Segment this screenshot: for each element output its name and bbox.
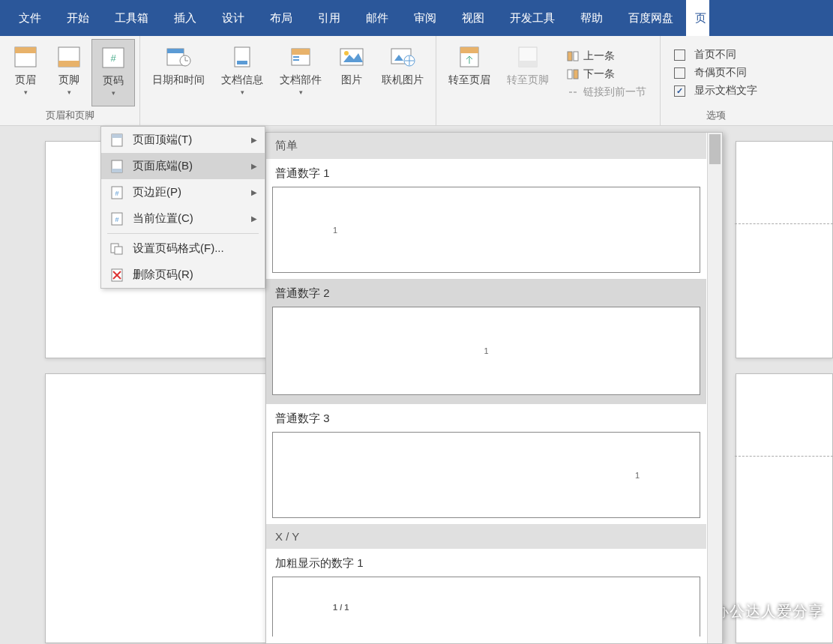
tab-header-footer-tools[interactable]: 页 (686, 0, 709, 36)
header-label: 页眉 (15, 73, 36, 87)
chevron-right-icon: ▶ (251, 188, 257, 196)
group-label-insert (286, 109, 289, 125)
footer-button[interactable]: 页脚 ▾ (48, 39, 90, 106)
online-picture-label: 联机图片 (382, 73, 424, 87)
menu-top-of-page[interactable]: 页面顶端(T) ▶ (101, 127, 265, 153)
quick-parts-icon (287, 43, 314, 70)
svg-rect-24 (460, 47, 478, 53)
goto-footer-button[interactable]: 转至页脚 (499, 39, 556, 109)
page (45, 373, 270, 643)
gallery-scrollbar[interactable] (707, 133, 722, 643)
tab-developer[interactable]: 开发工具 (497, 0, 568, 36)
gallery-item-plain-2[interactable]: 普通数字 2 1 (266, 279, 706, 404)
svg-rect-26 (519, 61, 537, 67)
tab-mailings[interactable]: 邮件 (353, 0, 401, 36)
tab-toolbox[interactable]: 工具箱 (102, 0, 161, 36)
svg-rect-14 (292, 49, 310, 55)
date-time-button[interactable]: 日期和时间 (145, 39, 212, 109)
page-number-button[interactable]: # 页码 ▾ (91, 39, 135, 106)
previous-label: 上一条 (583, 49, 615, 63)
menu-separator (107, 233, 259, 234)
preview-number: 1 / 1 (333, 603, 349, 612)
preview-number: 1 (484, 346, 488, 355)
svg-rect-40 (115, 247, 122, 254)
chevron-down-icon: ▾ (241, 88, 244, 96)
svg-rect-12 (237, 61, 247, 64)
tab-file[interactable]: 文件 (6, 0, 54, 36)
previous-icon (567, 51, 579, 61)
tab-home[interactable]: 开始 (54, 0, 102, 36)
menu-label: 页边距(P) (133, 185, 181, 199)
page-margins-icon: # (109, 186, 125, 199)
online-picture-button[interactable]: 联机图片 (374, 39, 431, 109)
menu-label: 页面底端(B) (133, 159, 193, 173)
next-button[interactable]: 下一条 (562, 65, 651, 83)
preview-number: 1 (635, 471, 640, 480)
svg-rect-28 (574, 52, 578, 61)
dashed-line (735, 223, 833, 224)
online-picture-icon (389, 43, 416, 70)
different-first-page-checkbox[interactable]: 首页不同 (670, 46, 762, 64)
doc-info-label: 文档信息 (221, 73, 263, 87)
show-document-text-label: 显示文档文字 (694, 84, 757, 97)
tab-layout[interactable]: 布局 (257, 0, 305, 36)
ribbon-group-options: 首页不同 奇偶页不同 显示文档文字 选项 (661, 36, 771, 125)
page-number-gallery: 简单 普通数字 1 1 普通数字 2 1 普通数字 3 1 X / Y 加粗显示… (265, 132, 723, 644)
previous-button[interactable]: 上一条 (562, 47, 651, 65)
svg-rect-34 (112, 169, 122, 172)
menu-bottom-of-page[interactable]: 页面底端(B) ▶ (101, 153, 265, 179)
current-position-icon: # (109, 212, 125, 226)
tab-view[interactable]: 视图 (449, 0, 497, 36)
date-time-label: 日期和时间 (152, 73, 205, 87)
chevron-down-icon: ▾ (67, 88, 71, 96)
ribbon-group-header-footer: 页眉 ▾ 页脚 ▾ # 页码 ▾ 页眉和页脚 (0, 36, 140, 125)
page-top-icon (109, 133, 125, 147)
different-first-page-label: 首页不同 (694, 48, 736, 61)
gallery-item-plain-3[interactable]: 普通数字 3 1 (266, 404, 706, 518)
menu-page-margins[interactable]: # 页边距(P) ▶ (101, 179, 265, 205)
tab-references[interactable]: 引用 (305, 0, 353, 36)
link-to-previous-button[interactable]: 链接到前一节 (562, 83, 651, 101)
tab-review[interactable]: 审阅 (401, 0, 449, 36)
ribbon-group-insert: 日期和时间 文档信息 ▾ 文档部件 ▾ 图片 联机图片 (140, 36, 436, 125)
menu-remove-page-numbers[interactable]: 删除页码(R) (101, 262, 265, 288)
menu-current-position[interactable]: # 当前位置(C) ▶ (101, 205, 265, 232)
tab-help[interactable]: 帮助 (568, 0, 616, 36)
next-icon (567, 69, 579, 79)
picture-button[interactable]: 图片 (331, 39, 373, 109)
show-document-text-checkbox[interactable]: 显示文档文字 (670, 82, 762, 100)
doc-info-button[interactable]: 文档信息 ▾ (214, 39, 271, 109)
picture-label: 图片 (341, 73, 362, 87)
preview-number: 1 (333, 226, 337, 235)
gallery-item-label: 普通数字 3 (266, 404, 706, 432)
gallery-item-bold-1[interactable]: 加粗显示的数字 1 1 / 1 (266, 549, 706, 637)
page-bottom-icon (109, 160, 125, 173)
chevron-right-icon: ▶ (251, 136, 257, 144)
gallery-item-label: 加粗显示的数字 1 (266, 549, 706, 577)
svg-rect-27 (568, 52, 572, 61)
group-label-header-footer: 页眉和页脚 (46, 106, 94, 125)
next-label: 下一条 (583, 67, 615, 81)
tab-design[interactable]: 设计 (209, 0, 257, 36)
scrollbar-thumb[interactable] (709, 134, 721, 164)
chevron-down-icon: ▾ (24, 88, 28, 96)
header-button[interactable]: 页眉 ▾ (4, 39, 46, 106)
gallery-item-plain-1[interactable]: 普通数字 1 1 (266, 159, 706, 273)
ribbon: 页眉 ▾ 页脚 ▾ # 页码 ▾ 页眉和页脚 日期和时间 (0, 36, 833, 126)
svg-point-19 (344, 51, 349, 55)
quick-parts-button[interactable]: 文档部件 ▾ (272, 39, 329, 109)
tab-baidu[interactable]: 百度网盘 (616, 0, 686, 36)
header-icon (12, 43, 39, 70)
dashed-line (735, 456, 833, 457)
date-time-icon (165, 43, 192, 70)
quick-parts-label: 文档部件 (280, 73, 322, 87)
different-odd-even-checkbox[interactable]: 奇偶页不同 (670, 64, 762, 82)
remove-icon (109, 268, 125, 282)
menu-format-page-numbers[interactable]: 设置页码格式(F)... (101, 235, 265, 262)
svg-rect-16 (293, 59, 299, 61)
gallery-item-label: 普通数字 1 (266, 159, 706, 187)
goto-header-button[interactable]: 转至页眉 (441, 39, 498, 109)
tab-insert[interactable]: 插入 (161, 0, 209, 36)
svg-rect-7 (167, 49, 184, 53)
svg-rect-29 (568, 70, 572, 79)
